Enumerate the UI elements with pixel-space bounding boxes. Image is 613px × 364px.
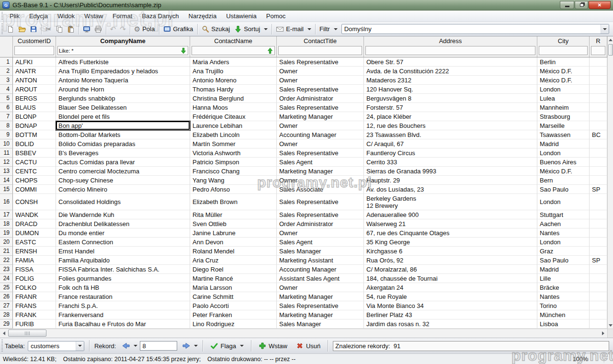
- cell[interactable]: EASTC: [13, 238, 56, 247]
- cell[interactable]: FRANK: [13, 310, 56, 319]
- cell[interactable]: AROUT: [13, 85, 56, 94]
- cell[interactable]: B's Beverages: [56, 148, 190, 158]
- cell[interactable]: Frankenversand: [56, 310, 190, 319]
- copy-button[interactable]: [54, 24, 65, 34]
- next-record-button[interactable]: [180, 341, 193, 351]
- cell[interactable]: Sales Associate: [277, 185, 364, 194]
- cell[interactable]: Cactus Comidas para llevar: [56, 158, 190, 167]
- cell[interactable]: Madrid: [537, 139, 590, 148]
- cell[interactable]: Du monde entier: [56, 228, 190, 238]
- cell[interactable]: [590, 112, 607, 121]
- filtr-button[interactable]: Filtr: [318, 24, 340, 34]
- cell[interactable]: Owner: [277, 228, 364, 238]
- cell[interactable]: Marketing Manager: [277, 167, 364, 176]
- cell[interactable]: Tsawassen: [537, 130, 590, 139]
- redo-button[interactable]: ↷: [118, 24, 128, 34]
- cell[interactable]: ALFKI: [13, 57, 56, 67]
- cell[interactable]: [590, 85, 607, 94]
- filter-input[interactable]: Like: *: [57, 46, 188, 55]
- cell[interactable]: Ana Trujillo Emparedados y helados: [56, 67, 190, 76]
- cell[interactable]: FOLIG: [13, 274, 56, 283]
- cell[interactable]: Peter Franken: [190, 310, 277, 319]
- cell[interactable]: Graz: [537, 247, 590, 256]
- row-number[interactable]: 28: [0, 310, 13, 319]
- cell[interactable]: BOTTM: [13, 130, 56, 139]
- cell[interactable]: Mataderos 2312: [364, 76, 537, 85]
- menu-pomoc[interactable]: Pomoc: [261, 11, 290, 21]
- menu-edycja[interactable]: Edycja: [24, 11, 53, 21]
- cell[interactable]: [590, 283, 607, 292]
- cell[interactable]: Hanna Moos: [190, 103, 277, 112]
- cell[interactable]: Blauer See Delikatessen: [56, 103, 190, 112]
- cell[interactable]: BOLID: [13, 139, 56, 148]
- column-header-address[interactable]: Address: [364, 36, 537, 57]
- cell[interactable]: ERNSH: [13, 247, 56, 256]
- cell[interactable]: [590, 139, 607, 148]
- cell[interactable]: Marketing Manager: [277, 112, 364, 121]
- save-button[interactable]: [28, 24, 39, 34]
- cell[interactable]: DUMON: [13, 228, 56, 238]
- menu-widok[interactable]: Widok: [53, 11, 79, 21]
- cell[interactable]: ANTON: [13, 76, 56, 85]
- row-number[interactable]: 14: [0, 176, 13, 185]
- column-header-contacttitle[interactable]: ContactTitle: [277, 36, 364, 57]
- close-button[interactable]: ✕: [589, 1, 611, 9]
- cell[interactable]: Sales Representative: [277, 210, 364, 219]
- cell[interactable]: Berkeley Gardens 12 Brewery: [364, 194, 537, 210]
- row-number[interactable]: 7: [0, 112, 13, 121]
- cell[interactable]: Maria Larsson: [190, 283, 277, 292]
- cell[interactable]: Mannheim: [537, 103, 590, 112]
- menu-baza-danych[interactable]: Baza Danych: [137, 11, 183, 21]
- dropdown-button[interactable]: [601, 24, 609, 34]
- cell[interactable]: México D.F.: [537, 76, 590, 85]
- cell[interactable]: Drachenblut Delikatessen: [56, 219, 190, 228]
- cell[interactable]: Owner: [277, 76, 364, 85]
- row-number[interactable]: 3: [0, 76, 13, 85]
- cell[interactable]: FURIB: [13, 319, 56, 329]
- cell[interactable]: [590, 148, 607, 158]
- cell[interactable]: 120 Hanover Sq.: [364, 85, 537, 94]
- row-number[interactable]: 15: [0, 185, 13, 194]
- cell[interactable]: London: [537, 148, 590, 158]
- cell[interactable]: WANDK: [13, 210, 56, 219]
- filter-input[interactable]: [192, 46, 275, 55]
- cell[interactable]: Martine Rancé: [190, 274, 277, 283]
- cell[interactable]: Forsterstr. 57: [364, 103, 537, 112]
- cell[interactable]: Walserweg 21: [364, 219, 537, 228]
- filter-preset-select[interactable]: Domyślny: [341, 24, 609, 34]
- record-number-input[interactable]: 8: [140, 341, 177, 351]
- row-number[interactable]: 18: [0, 219, 13, 228]
- cell[interactable]: Die Wandernde Kuh: [56, 210, 190, 219]
- vertical-scroll-thumb[interactable]: [608, 44, 613, 56]
- horizontal-scroll-thumb[interactable]: [8, 330, 46, 337]
- cell[interactable]: Hauptstr. 29: [364, 176, 537, 185]
- chevron-down-icon[interactable]: [134, 345, 137, 347]
- row-number[interactable]: 4: [0, 85, 13, 94]
- cell[interactable]: BONAP: [13, 121, 56, 130]
- wstaw-button[interactable]: Wstaw: [256, 341, 290, 351]
- menu-plik[interactable]: Plik: [5, 11, 24, 21]
- cell[interactable]: Fauntleroy Circus: [364, 148, 537, 158]
- cell[interactable]: SP: [590, 256, 607, 265]
- cell[interactable]: [590, 310, 607, 319]
- cell[interactable]: [590, 319, 607, 329]
- cell[interactable]: Berglunds snabbköp: [56, 94, 190, 103]
- cell[interactable]: Accounting Manager: [277, 265, 364, 274]
- usun-button[interactable]: Usuń: [294, 341, 323, 351]
- cell[interactable]: Jardim das rosas n. 32: [364, 319, 537, 329]
- column-header-customerid[interactable]: CustomerID: [13, 36, 56, 57]
- dropdown-button[interactable]: [76, 341, 84, 351]
- cell[interactable]: München: [537, 310, 590, 319]
- previous-record-button[interactable]: [120, 341, 132, 351]
- cell[interactable]: Yang Wang: [190, 176, 277, 185]
- cell[interactable]: FISSA: [13, 265, 56, 274]
- cell[interactable]: [590, 265, 607, 274]
- cell[interactable]: México D.F.: [537, 167, 590, 176]
- cell[interactable]: 67, rue des Cinquante Otages: [364, 228, 537, 238]
- cell[interactable]: COMMI: [13, 185, 56, 194]
- cell[interactable]: México D.F.: [537, 67, 590, 76]
- row-number[interactable]: 29: [0, 319, 13, 329]
- cell[interactable]: Bräcke: [537, 283, 590, 292]
- cell[interactable]: [590, 292, 607, 301]
- cell[interactable]: [590, 176, 607, 185]
